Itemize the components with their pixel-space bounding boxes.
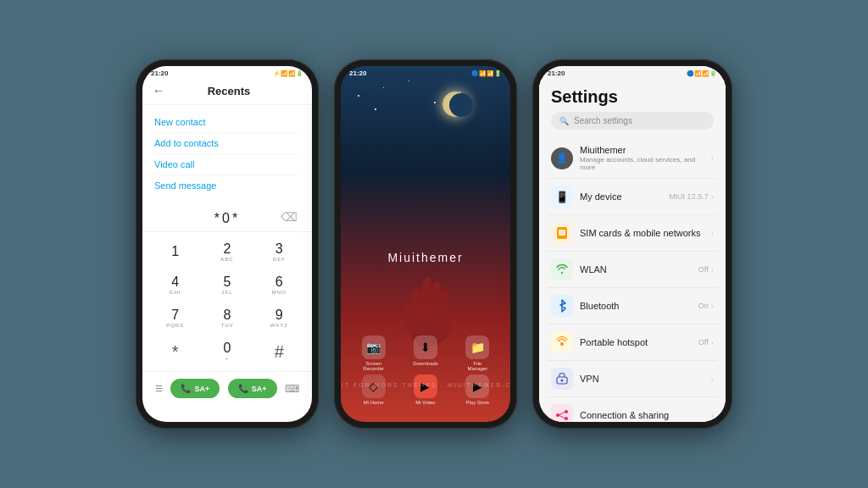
settings-item-info-profile: Miuithemer Manage accounts, cloud servic… — [580, 145, 711, 171]
phone-bottom-bar: ☰ 📞 SA+ 📞 SA+ ⌨ — [142, 371, 312, 405]
settings-search-bar[interactable]: 🔍 Search settings — [551, 112, 714, 130]
settings-item-info-hotspot: Portable hotspot — [580, 337, 698, 347]
star-2 — [383, 87, 384, 88]
dial-key-4[interactable]: 4GHI — [149, 269, 201, 302]
phone-center: 21:20 🔵📶📶🔋 — [334, 59, 517, 429]
svg-point-2 — [561, 272, 563, 274]
action-video-call[interactable]: Video call — [154, 154, 300, 175]
settings-icon-wlan — [551, 258, 573, 280]
bluetooth-status: On — [698, 302, 709, 310]
app-label-downloads: Downloads — [413, 361, 438, 366]
app-icon-file-manager: 📁 — [465, 336, 489, 359]
settings-content: 21:20 🔵📶📶🔋 Settings 🔍 Search settings — [539, 66, 726, 422]
app-label-file-manager: FileManager — [467, 361, 487, 371]
hotspot-status: Off — [698, 338, 709, 347]
settings-item-title-wlan: WLAN — [580, 264, 698, 274]
backspace-button[interactable]: ⌫ — [281, 210, 300, 224]
app-grid: 📷 ScreenRecorder ⬇ Downloads 📁 FileManag… — [341, 336, 510, 405]
settings-item-info-connection: Connection & sharing — [580, 410, 711, 420]
app-file-manager[interactable]: 📁 FileManager — [453, 336, 502, 371]
dial-key-6[interactable]: 6MNO — [253, 269, 305, 302]
svg-line-9 — [559, 413, 565, 415]
app-mi-video[interactable]: ▶ Mi Video — [401, 374, 449, 405]
back-button[interactable]: ← — [153, 84, 164, 97]
dial-key-0[interactable]: 0+ — [201, 335, 253, 368]
dial-key-1[interactable]: 1 — [149, 236, 201, 269]
watermark: VISIT FOR MORE THEMES - MIUITHEMER.COM — [341, 382, 510, 388]
app-mi-home[interactable]: ◇ Mi Home — [349, 374, 398, 405]
dialpad-grid: 1 2ABC 3DEF 4GHI 5JKL 6MNO 7PQRS 8TUV 9W… — [142, 232, 312, 371]
settings-header: Settings 🔍 Search settings — [539, 79, 726, 133]
settings-item-right-profile: › — [711, 153, 714, 163]
phone-icon-1: 📞 — [181, 384, 191, 393]
app-screen-recorder[interactable]: 📷 ScreenRecorder — [349, 336, 398, 371]
phone-left: 21:20 ⚡📶📶🔋 ← Recents New contact Add to … — [136, 59, 319, 429]
phone-username-center: Miuithemer — [387, 251, 463, 264]
settings-item-info-wlan: WLAN — [580, 264, 698, 274]
dialpad-display: *0* ⌫ — [142, 202, 312, 232]
settings-item-info-vpn: VPN — [580, 374, 711, 384]
svg-point-7 — [565, 410, 568, 413]
settings-item-hotspot[interactable]: Portable hotspot Off › — [548, 324, 717, 361]
settings-item-connection[interactable]: Connection & sharing › — [548, 397, 717, 422]
settings-item-right-bluetooth: On › — [698, 302, 714, 311]
device-version: MIUI 12.5.7 — [669, 192, 709, 201]
keypad-icon[interactable]: ⌨ — [285, 383, 299, 395]
call-button-2[interactable]: 📞 SA+ — [228, 379, 277, 398]
settings-item-sim[interactable]: SIM cards & mobile networks › — [548, 215, 717, 252]
status-time-right: 21:20 — [548, 69, 565, 77]
status-icons-left: ⚡📶📶🔋 — [273, 70, 303, 77]
svg-line-10 — [559, 416, 565, 419]
action-send-message[interactable]: Send message — [154, 175, 300, 196]
settings-icon-avatar: 👤 — [551, 147, 573, 169]
settings-item-right-device: MIUI 12.5.7 › — [669, 192, 714, 202]
settings-title: Settings — [551, 87, 714, 107]
settings-icon-vpn — [551, 368, 573, 390]
settings-icon-connection — [551, 404, 573, 422]
svg-point-5 — [561, 380, 564, 382]
settings-icon-bluetooth — [551, 295, 573, 317]
svg-rect-1 — [559, 230, 565, 236]
phone-right: 21:20 🔵📶📶🔋 Settings 🔍 Search settings — [532, 59, 732, 429]
settings-item-title-hotspot: Portable hotspot — [580, 337, 698, 347]
action-add-contacts[interactable]: Add to contacts — [154, 133, 300, 154]
app-icon-screen-recorder: 📷 — [362, 336, 386, 359]
app-icon-downloads: ⬇ — [414, 336, 437, 359]
settings-item-right-sim: › — [711, 229, 714, 238]
action-new-contact[interactable]: New contact — [154, 112, 300, 133]
app-label-screen-recorder: ScreenRecorder — [363, 361, 384, 371]
phone-left-screen: 21:20 ⚡📶📶🔋 ← Recents New contact Add to … — [142, 66, 312, 422]
dial-key-3[interactable]: 3DEF — [253, 236, 305, 269]
settings-item-right-vpn: › — [711, 374, 714, 384]
dial-key-hash[interactable]: # — [253, 335, 305, 368]
star-1 — [358, 95, 359, 97]
chevron-icon-wlan: › — [711, 265, 714, 274]
search-icon: 🔍 — [559, 117, 569, 125]
settings-item-wlan[interactable]: WLAN Off › — [548, 252, 717, 288]
settings-item-profile[interactable]: 👤 Miuithemer Manage accounts, cloud serv… — [548, 138, 717, 179]
settings-item-right-wlan: Off › — [698, 265, 714, 274]
settings-item-title-device: My device — [580, 191, 669, 202]
star-4 — [409, 80, 409, 81]
settings-item-bluetooth[interactable]: Bluetooth On › — [548, 288, 717, 324]
settings-item-device[interactable]: 📱 My device MIUI 12.5.7 › — [548, 179, 717, 215]
recents-title: Recents — [173, 85, 285, 97]
dial-key-9[interactable]: 9WXYZ — [253, 302, 305, 335]
chevron-icon-vpn: › — [711, 374, 714, 384]
settings-item-info-device: My device — [580, 191, 669, 202]
settings-item-vpn[interactable]: VPN › — [548, 361, 717, 397]
dial-key-2[interactable]: 2ABC — [201, 236, 253, 269]
call-button-1[interactable]: 📞 SA+ — [170, 379, 220, 398]
menu-icon[interactable]: ☰ — [155, 384, 163, 393]
app-downloads[interactable]: ⬇ Downloads — [401, 336, 449, 371]
stars-decoration — [341, 66, 510, 208]
app-play-store[interactable]: ▶ Play Store — [453, 374, 502, 405]
dial-key-7[interactable]: 7PQRS — [149, 302, 201, 335]
dial-key-5[interactable]: 5JKL — [201, 269, 253, 302]
svg-point-3 — [560, 342, 564, 346]
dial-key-8[interactable]: 8TUV — [201, 302, 253, 335]
wlan-status: Off — [698, 265, 709, 274]
recents-actions: New contact Add to contacts Video call S… — [142, 105, 312, 202]
dial-key-star[interactable]: * — [149, 335, 201, 368]
chevron-icon-hotspot: › — [711, 338, 714, 347]
